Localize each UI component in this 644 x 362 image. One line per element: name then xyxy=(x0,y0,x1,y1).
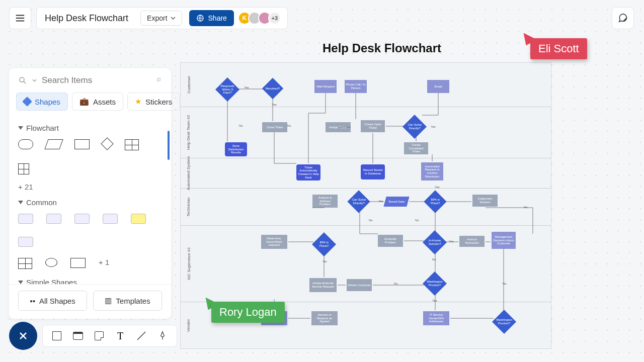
node-analyze[interactable]: Analyze & Address Problem xyxy=(312,195,338,208)
node-web[interactable]: Web Request xyxy=(314,80,337,93)
tab-assets[interactable]: 💼Assets xyxy=(72,93,123,111)
node-advise[interactable]: Advise Customer xyxy=(347,279,372,291)
template-icon: ▥ xyxy=(105,296,112,305)
shape-grid[interactable] xyxy=(18,163,29,174)
node-recorddb[interactable]: Record Stored in Database xyxy=(361,164,385,179)
shape-table[interactable] xyxy=(125,139,139,150)
shape-terminator[interactable] xyxy=(18,139,33,149)
top-bar: Help Desk Flowchart Export Share K +3 xyxy=(9,7,288,29)
section-label: Common xyxy=(26,198,57,207)
common-shapes-2: + 1 xyxy=(18,256,162,271)
comment-icon xyxy=(617,13,628,24)
node-email[interactable]: Email xyxy=(427,80,449,93)
grid-icon: ▪▪ xyxy=(30,297,35,305)
node-evaluate[interactable]: Evaluate Problem xyxy=(378,235,403,247)
lane-label: Customer xyxy=(187,76,191,94)
shape-ellipse[interactable] xyxy=(45,258,57,267)
shape-sticky[interactable] xyxy=(131,214,146,224)
section-common[interactable]: Common xyxy=(18,198,162,207)
share-button[interactable]: Share xyxy=(189,10,234,26)
scrollbar-thumb[interactable] xyxy=(168,131,170,160)
collaborator-avatars[interactable]: K +3 xyxy=(241,12,281,25)
node-assign[interactable]: Assign Ticket xyxy=(326,122,351,132)
share-label: Share xyxy=(208,14,227,22)
edge-label: Yes xyxy=(244,86,249,89)
shape-rect[interactable] xyxy=(70,258,86,268)
edge-label: No xyxy=(524,206,528,209)
node-implement[interactable]: Implement Solution xyxy=(472,195,498,207)
node-initiate[interactable]: Initiate External Service Request xyxy=(309,278,337,292)
node-phone[interactable]: Phone Call / In Person xyxy=(345,80,367,93)
menu-button[interactable] xyxy=(9,7,31,29)
node-mgmt[interactable]: Management Decision Inform Customer xyxy=(492,232,516,249)
close-fab[interactable] xyxy=(9,322,37,350)
edge-label: No xyxy=(287,124,291,127)
common-shapes xyxy=(18,212,162,249)
section-simple[interactable]: Simple Shapes xyxy=(18,278,162,284)
edge-label: Yes xyxy=(435,186,440,189)
node-instruct[interactable]: Instruct Technician xyxy=(459,236,485,247)
shapes-scroll[interactable]: Flowchart + 21 Common + 1 Simple Shapes xyxy=(9,115,171,284)
node-serviceagreed[interactable]: Service or Replace as Agreed xyxy=(311,311,338,325)
chevron-down-icon[interactable] xyxy=(32,79,37,82)
node-autoreq[interactable]: Automated Request to Confirm Resolution xyxy=(421,162,443,180)
shape-thumb[interactable] xyxy=(18,214,33,224)
section-label: Simple Shapes xyxy=(26,278,77,284)
shape-table[interactable] xyxy=(18,258,32,269)
collapse-icon xyxy=(18,281,23,284)
common-more[interactable]: + 1 xyxy=(99,258,109,269)
pen-tool[interactable] xyxy=(156,330,169,342)
comments-button[interactable] xyxy=(612,7,634,29)
shape-thumb[interactable] xyxy=(18,237,33,247)
svg-point-1 xyxy=(20,77,24,82)
text-tool[interactable]: T xyxy=(114,330,126,342)
flowchart-more[interactable]: + 21 xyxy=(18,183,162,191)
section-flowchart[interactable]: Flowchart xyxy=(18,124,162,132)
templates-button[interactable]: ▥Templates xyxy=(93,291,162,311)
collaborator-badge-rory: Rory Logan xyxy=(211,302,285,323)
all-shapes-button[interactable]: ▪▪All Shapes xyxy=(18,291,87,311)
search-input[interactable] xyxy=(42,75,149,85)
chevron-down-icon xyxy=(171,17,176,20)
shape-decision[interactable] xyxy=(101,137,113,150)
document-title[interactable]: Help Desk Flowchart xyxy=(43,13,133,24)
edge-label: No xyxy=(323,260,327,263)
node-closeticket[interactable]: Close Ticket xyxy=(262,122,287,132)
shape-thumb[interactable] xyxy=(46,214,61,224)
tab-shapes[interactable]: Shapes xyxy=(16,93,68,111)
shape-thumb[interactable] xyxy=(74,214,90,224)
edge-label: Yes xyxy=(378,200,383,203)
panel-footer: ▪▪All Shapes ▥Templates xyxy=(9,284,171,319)
panel-tabs: Shapes 💼Assets ★Stickers xyxy=(9,93,171,115)
tab-stickers[interactable]: ★Stickers xyxy=(127,93,180,111)
rect-tool[interactable] xyxy=(51,330,63,342)
shape-process[interactable] xyxy=(74,139,90,149)
node-createopen[interactable]: Create Open Ticket xyxy=(361,120,385,132)
lane-label: Technician xyxy=(187,198,191,217)
edge-label: Yes xyxy=(432,299,437,302)
shape-data[interactable] xyxy=(44,139,63,149)
edge-label: No xyxy=(394,282,398,285)
edge-label: Yes xyxy=(272,103,277,106)
svg-line-2 xyxy=(137,332,145,340)
line-tool[interactable] xyxy=(135,330,147,342)
diamond-icon xyxy=(22,97,32,107)
node-autocreated[interactable]: Ticket Automatically Created in Help Des… xyxy=(296,164,320,180)
node-determine[interactable]: Determine, Action/Work required xyxy=(261,235,287,249)
node-storesat[interactable]: Store Satisfaction Results xyxy=(225,142,247,156)
lane-label: Automated System xyxy=(187,156,191,191)
shape-thumb[interactable] xyxy=(103,214,118,224)
avatar-more[interactable]: +3 xyxy=(268,12,281,25)
pin-icon[interactable] xyxy=(151,74,164,86)
collapse-icon xyxy=(18,126,23,130)
export-button[interactable]: Export xyxy=(140,11,182,26)
search-row xyxy=(9,68,171,93)
note-tool[interactable] xyxy=(93,330,105,342)
node-itservice2[interactable]: IT Service Center/WN Addresses xyxy=(423,311,449,325)
node-storeddata[interactable]: Stored Data xyxy=(383,197,409,207)
card-tool[interactable] xyxy=(72,330,84,342)
node-completed[interactable]: Create Completed Ticket xyxy=(404,142,428,154)
tab-label: Stickers xyxy=(145,98,172,106)
export-label: Export xyxy=(147,14,167,22)
briefcase-icon: 💼 xyxy=(79,97,89,106)
